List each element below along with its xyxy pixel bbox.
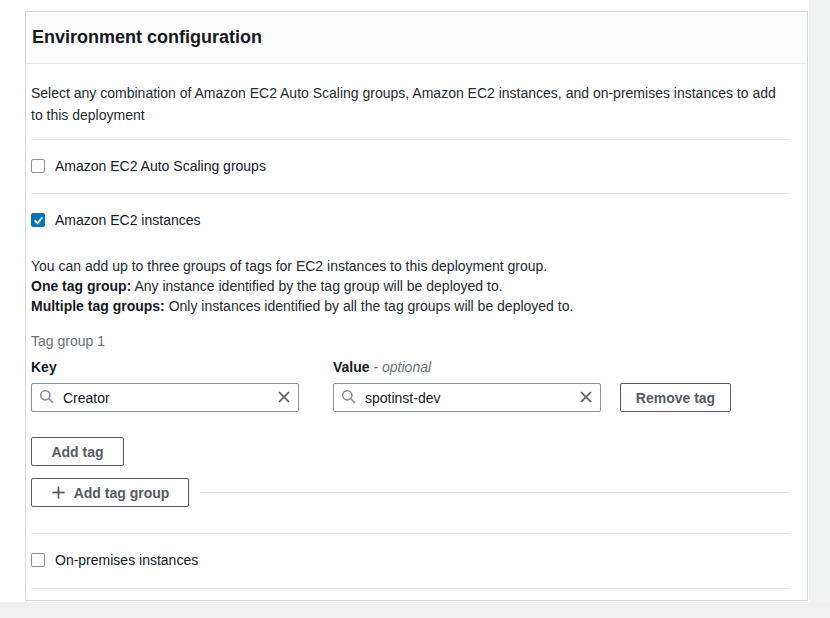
tag-group-title: Tag group 1 [31, 330, 790, 352]
page-bottom-gutter [0, 602, 830, 618]
checkbox-label-ec2-instances: Amazon EC2 instances [55, 212, 201, 228]
remove-tag-button[interactable]: Remove tag [620, 383, 731, 412]
add-tag-group-button[interactable]: Add tag group [31, 478, 189, 507]
environment-configuration-panel: Environment configuration Select any com… [25, 11, 808, 601]
checkbox-label-on-premises-instances: On-premises instances [55, 552, 198, 568]
clear-key-icon[interactable] [276, 389, 292, 405]
add-tag-group-rule [200, 492, 790, 493]
checkbox-ec2-instances[interactable] [31, 213, 45, 227]
page: Environment configuration Select any com… [0, 0, 830, 618]
search-icon [39, 389, 55, 405]
plus-icon [51, 485, 66, 500]
page-title: Environment configuration [32, 27, 262, 48]
tag-help-text: You can add up to three groups of tags f… [31, 256, 790, 316]
panel-description: Select any combination of Amazon EC2 Aut… [31, 82, 790, 126]
panel-header: Environment configuration [26, 12, 807, 64]
value-input-wrap [333, 383, 601, 412]
tag-help-line-3: Multiple tag groups: Only instances iden… [31, 296, 790, 316]
add-tag-group-label: Add tag group [74, 485, 170, 501]
checkbox-row-ec2-auto-scaling-groups[interactable]: Amazon EC2 Auto Scaling groups [31, 139, 790, 193]
checkbox-row-ec2-instances[interactable]: Amazon EC2 instances [31, 193, 790, 247]
checkbox-ec2-auto-scaling-groups[interactable] [31, 159, 45, 173]
checkmark-icon [33, 215, 44, 226]
tag-help-line-2: One tag group: Any instance identified b… [31, 276, 790, 296]
search-icon [341, 389, 357, 405]
key-label: Key [31, 359, 57, 375]
add-tag-button[interactable]: Add tag [31, 437, 124, 466]
tag-help-line-1: You can add up to three groups of tags f… [31, 256, 790, 276]
value-label: Value - optional [333, 359, 431, 375]
clear-value-icon[interactable] [578, 389, 594, 405]
key-input-wrap [31, 383, 299, 412]
checkbox-on-premises-instances[interactable] [31, 553, 45, 567]
divider [31, 588, 790, 589]
checkbox-row-on-premises-instances[interactable]: On-premises instances [31, 533, 790, 587]
key-input[interactable] [31, 383, 299, 412]
page-right-gutter [809, 0, 830, 618]
value-input[interactable] [333, 383, 601, 412]
checkbox-label-ec2-auto-scaling-groups: Amazon EC2 Auto Scaling groups [55, 158, 266, 174]
